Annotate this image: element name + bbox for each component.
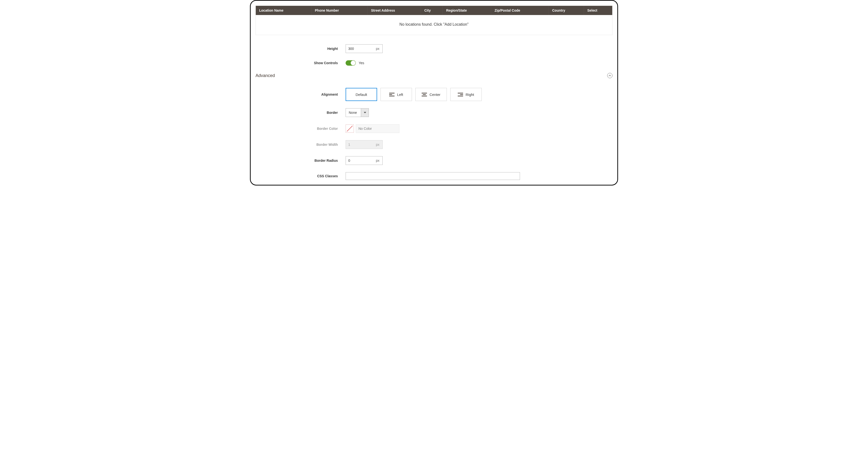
border-radius-unit: px: [375, 156, 382, 165]
border-radius-input-wrap: px: [346, 156, 383, 165]
col-country[interactable]: Country: [549, 6, 584, 15]
locations-table: Location Name Phone Number Street Addres…: [255, 6, 613, 35]
height-input[interactable]: [346, 44, 375, 53]
alignment-right-label: Right: [465, 93, 474, 97]
border-color-input: [356, 124, 399, 133]
alignment-center-button[interactable]: Center: [415, 88, 447, 101]
height-unit: px: [375, 44, 382, 53]
label-border-width: Border Width: [255, 143, 346, 147]
chevron-up-icon[interactable]: [607, 73, 613, 78]
col-phone-number[interactable]: Phone Number: [311, 6, 368, 15]
label-alignment: Alignment: [255, 93, 346, 96]
svg-rect-5: [422, 96, 427, 96]
border-select[interactable]: None: [346, 108, 369, 117]
row-alignment: Alignment Default Left Center: [255, 88, 613, 101]
border-width-input: [346, 141, 375, 149]
align-center-icon: [422, 93, 427, 96]
row-height: Height px: [255, 44, 613, 53]
col-city[interactable]: City: [421, 6, 443, 15]
label-border: Border: [255, 111, 346, 115]
row-border-width: Border Width px: [255, 140, 613, 149]
border-radius-input[interactable]: [346, 156, 375, 165]
advanced-section-header[interactable]: Advanced: [255, 73, 613, 78]
svg-rect-8: [458, 96, 463, 96]
svg-rect-2: [389, 96, 395, 96]
css-classes-input[interactable]: [346, 172, 520, 180]
align-right-icon: [458, 93, 463, 96]
row-css-classes: CSS Classes: [255, 172, 613, 180]
alignment-right-button[interactable]: Right: [450, 88, 482, 101]
label-border-color: Border Color: [255, 127, 346, 130]
col-street-address[interactable]: Street Address: [368, 6, 421, 15]
row-border-radius: Border Radius px: [255, 156, 613, 165]
toggle-knob: [351, 61, 355, 65]
label-height: Height: [255, 47, 346, 51]
label-show-controls: Show Controls: [255, 61, 346, 65]
svg-rect-7: [460, 94, 463, 95]
locations-table-header: Location Name Phone Number Street Addres…: [256, 6, 612, 15]
border-select-value: None: [346, 109, 361, 117]
col-zip-postal[interactable]: Zip/Postal Code: [491, 6, 549, 15]
border-width-input-wrap: px: [346, 140, 383, 149]
caret-down-icon[interactable]: [361, 109, 369, 117]
svg-rect-3: [422, 93, 427, 93]
alignment-left-label: Left: [397, 93, 403, 97]
alignment-left-button[interactable]: Left: [380, 88, 412, 101]
locations-empty-message: No locations found. Click "Add Location": [256, 15, 612, 35]
row-border: Border None: [255, 108, 613, 117]
alignment-default-button[interactable]: Default: [346, 88, 377, 101]
no-color-swatch-icon[interactable]: [346, 124, 354, 133]
col-select[interactable]: Select: [584, 6, 612, 15]
height-input-wrap: px: [346, 44, 383, 53]
show-controls-value: Yes: [359, 61, 364, 65]
label-css-classes: CSS Classes: [255, 174, 346, 178]
advanced-title: Advanced: [255, 73, 275, 78]
svg-rect-4: [423, 94, 426, 95]
svg-rect-6: [458, 93, 463, 93]
col-location-name[interactable]: Location Name: [256, 6, 311, 15]
align-left-icon: [389, 93, 395, 96]
svg-rect-0: [389, 93, 395, 93]
alignment-center-label: Center: [429, 93, 440, 97]
row-show-controls: Show Controls Yes: [255, 60, 613, 66]
show-controls-toggle[interactable]: [346, 60, 356, 66]
col-region-state[interactable]: Region/State: [443, 6, 491, 15]
alignment-default-label: Default: [355, 93, 367, 97]
label-border-radius: Border Radius: [255, 159, 346, 162]
svg-rect-1: [389, 94, 392, 95]
row-border-color: Border Color: [255, 124, 613, 133]
border-width-unit: px: [375, 141, 382, 149]
